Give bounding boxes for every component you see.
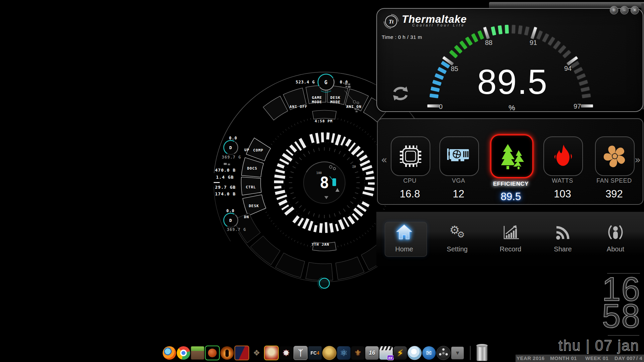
stat-disk: 29.7 GB	[215, 185, 236, 190]
dock-icon-thunderbird[interactable]	[422, 346, 436, 360]
dock-icon-text: FC4	[311, 350, 319, 356]
dock-icon-text: ex	[387, 355, 394, 360]
hud-inner-tick-label: 20	[352, 165, 356, 168]
date-bar-extra: / 4	[636, 355, 642, 361]
dock-icon-witcher[interactable]	[279, 346, 293, 360]
dock-icon-firefox[interactable]	[163, 346, 176, 360]
metric-label-watts: WATTS	[537, 177, 588, 184]
date-bar: YEAR 2016 MONTH 01 WEEK 01 DAY 007 / 4	[516, 355, 644, 362]
nav-label-setting: Setting	[435, 245, 479, 253]
metric-value-fan-speed: 392	[589, 188, 639, 200]
disk-bottom-letter: D	[229, 218, 232, 223]
tt-logo-icon: Tt	[383, 13, 399, 29]
date-bar-year: YEAR 2016	[517, 355, 545, 361]
gauge-tick-97: 97	[574, 103, 581, 110]
dock-icon-fighting-game[interactable]	[234, 346, 249, 360]
metric-value-watts: 103	[537, 188, 588, 200]
metric-tile-efficiency[interactable]	[490, 134, 533, 178]
metric-tile-vga[interactable]	[439, 136, 479, 176]
hud-top-left-value: 523.4 G	[296, 80, 315, 84]
game-mode-label-2: MODE	[312, 100, 322, 104]
nav-item-home[interactable]: Home	[382, 222, 426, 253]
disk-bottom-capacity: 369.7 G	[227, 227, 246, 232]
dock-icon-chrome[interactable]	[177, 346, 190, 360]
date-divider	[608, 335, 639, 336]
comp-button-label: COMP	[253, 148, 264, 153]
nav-item-setting[interactable]: ⚙⚙ Setting	[435, 222, 479, 253]
dock-icon-gold-orb-game[interactable]	[322, 346, 336, 360]
person-icon	[606, 223, 625, 242]
refresh-icon[interactable]	[392, 85, 409, 102]
dock-icon-mordor-game[interactable]	[293, 346, 308, 360]
gauge-tick-91: 91	[530, 39, 537, 46]
hud-clock-plate: 4:58 PM	[315, 119, 332, 123]
dock-icon-media-ex[interactable]: ex	[379, 346, 393, 360]
gauge-tick-0: 0	[439, 103, 442, 110]
disk-top-value: 0.0	[229, 136, 237, 140]
disk-top-letter: D	[229, 145, 232, 150]
metric-tile-fan-speed[interactable]	[595, 136, 635, 176]
cpu-chip-icon	[398, 143, 423, 169]
gauge-tick-85: 85	[451, 65, 458, 72]
dock-icon-mars-game[interactable]	[205, 346, 220, 360]
decor-dash	[214, 182, 220, 183]
dock-icon-overflow-button[interactable]	[451, 347, 464, 359]
hud-center-value: 8	[320, 174, 329, 192]
up-label: UP	[244, 148, 249, 152]
dock-icon-minecraft[interactable]	[191, 346, 204, 360]
gauge-tick-94: 94	[564, 65, 572, 72]
decor-squares	[224, 163, 227, 165]
dock-icon-action-game[interactable]	[220, 346, 234, 360]
ani-on-label: ANI ON	[346, 105, 362, 109]
metric-tile-cpu[interactable]	[391, 136, 430, 176]
nav-item-share[interactable]: Share	[541, 222, 585, 253]
desk-button-label: DESK	[249, 204, 259, 208]
nav-item-about[interactable]: About	[594, 222, 637, 253]
close-button[interactable]: ✕	[631, 6, 639, 14]
next-page-chevron[interactable]: »	[635, 154, 641, 166]
stat-ram: 1.4 GB	[216, 175, 234, 180]
nav-label-share: Share	[541, 245, 585, 253]
metric-label-fan-speed: FAN SPEED	[589, 177, 639, 184]
dock-icon-film-tool[interactable]	[436, 346, 450, 360]
window-controls: ✛ – ✕	[610, 6, 639, 14]
date-bar-day: DAY 007	[614, 355, 636, 361]
dock-icon-battlenet[interactable]	[337, 346, 351, 360]
uptime-text: Time : 0 h / 31 m	[382, 34, 422, 40]
clock-minute: 58	[570, 302, 641, 329]
nav-label-record: Record	[489, 245, 532, 253]
nav-label-home: Home	[382, 245, 426, 253]
date-text: thu | 07 jan	[503, 337, 639, 354]
metric-label-cpu: CPU	[385, 177, 435, 184]
game-mode-label-1: GAME	[312, 96, 322, 100]
dock-icon-recycle-bin[interactable]	[477, 345, 487, 361]
home-icon	[395, 223, 414, 242]
dock-icon-elite-game[interactable]	[351, 346, 365, 360]
g-badge-letter: G	[324, 79, 328, 85]
date-bar-month: MONTH 01	[550, 355, 577, 361]
dock-icon-farcry4[interactable]: FC4	[308, 346, 322, 360]
dock-icon-x16[interactable]: 16	[365, 346, 379, 360]
dock-icon-viking-game[interactable]	[264, 346, 279, 360]
rss-icon	[554, 223, 572, 241]
hud-cyan-marker	[332, 178, 336, 186]
thermaltake-panel: Tt Thermaltake Coolall Your Life Time : …	[376, 8, 643, 112]
nav-item-record[interactable]: Record	[489, 222, 532, 253]
stat-net-down: 174.0 B	[215, 191, 236, 196]
minimize-button[interactable]: –	[620, 6, 629, 14]
fan-icon	[601, 143, 628, 170]
dock-icon-media-disc[interactable]	[408, 346, 422, 360]
prev-page-chevron[interactable]: «	[381, 154, 387, 166]
metric-tile-watts[interactable]	[543, 136, 583, 176]
hud-launcher-circle[interactable]	[319, 278, 329, 288]
down-label: DN	[244, 215, 249, 219]
gauge-unit: %	[508, 104, 515, 111]
date-bar-week: WEEK 01	[585, 355, 608, 361]
move-window-button[interactable]: ✛	[610, 6, 618, 14]
flame-icon	[551, 143, 575, 169]
metric-value-cpu: 16.8	[385, 188, 435, 200]
dock-icon-winamp[interactable]	[393, 346, 407, 360]
dock: FC416ex	[163, 345, 487, 361]
gauge-value: 89.5	[477, 62, 548, 101]
dock-icon-crest-game[interactable]	[250, 346, 263, 360]
